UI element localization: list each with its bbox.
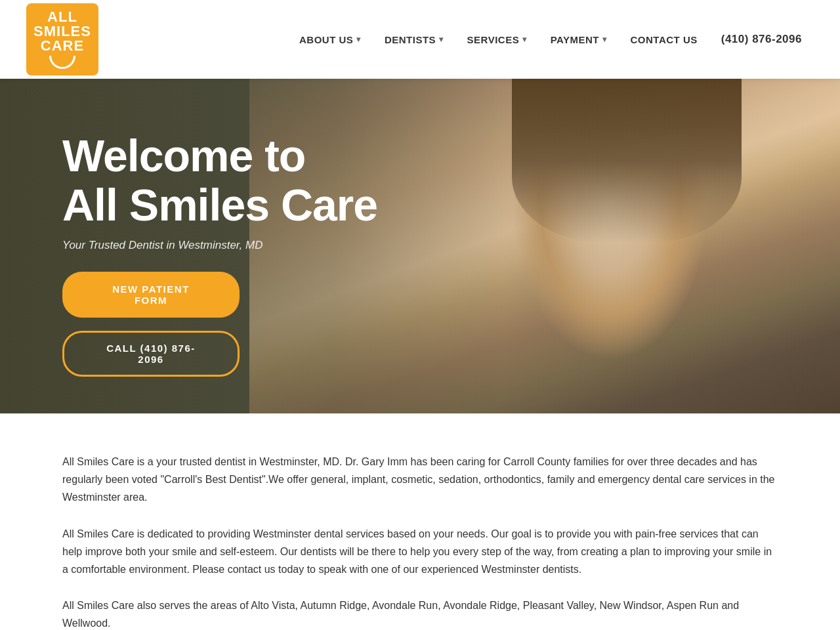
chevron-down-icon: ▾ xyxy=(356,35,361,44)
hero-content: Welcome to All Smiles Care Your Trusted … xyxy=(0,79,377,377)
logo-text-all: ALL xyxy=(47,10,77,24)
content-section: All Smiles Care is a your trusted dentis… xyxy=(0,413,840,630)
nav-item-dentists[interactable]: DENTISTS ▾ xyxy=(373,20,455,59)
content-paragraph-2: All Smiles Care is dedicated to providin… xyxy=(62,525,778,579)
nav-item-about-us[interactable]: ABOUT US ▾ xyxy=(287,20,373,59)
nav-phone[interactable]: (410) 876-2096 xyxy=(709,20,814,59)
site-header: ALL SMILES CARE ABOUT US ▾ DENTISTS ▾ SE… xyxy=(0,0,840,79)
nav-item-contact-us[interactable]: CONTACT US xyxy=(619,20,709,59)
hero-title-line1: Welcome to xyxy=(62,131,377,180)
logo-text-smiles: SMILES xyxy=(33,24,91,39)
logo-text-care: CARE xyxy=(41,39,84,53)
chevron-down-icon: ▾ xyxy=(439,35,444,44)
chevron-down-icon: ▾ xyxy=(602,35,607,44)
content-paragraph-1: All Smiles Care is a your trusted dentis… xyxy=(62,453,778,507)
hero-section: Welcome to All Smiles Care Your Trusted … xyxy=(0,79,840,413)
main-nav: ABOUT US ▾ DENTISTS ▾ SERVICES ▾ PAYMENT… xyxy=(287,20,814,59)
nav-item-payment[interactable]: PAYMENT ▾ xyxy=(539,20,619,59)
new-patient-form-button[interactable]: NEW PATIENT FORM xyxy=(62,272,240,318)
logo-smile-icon xyxy=(49,56,75,69)
logo[interactable]: ALL SMILES CARE xyxy=(26,3,98,75)
nav-item-services[interactable]: SERVICES ▾ xyxy=(455,20,539,59)
hero-title-line2: All Smiles Care xyxy=(62,180,377,230)
chevron-down-icon: ▾ xyxy=(522,35,527,44)
hero-subtitle: Your Trusted Dentist in Westminster, MD xyxy=(62,239,377,252)
content-paragraph-3: All Smiles Care also serves the areas of… xyxy=(62,597,778,630)
call-button[interactable]: CALL (410) 876-2096 xyxy=(62,331,240,377)
